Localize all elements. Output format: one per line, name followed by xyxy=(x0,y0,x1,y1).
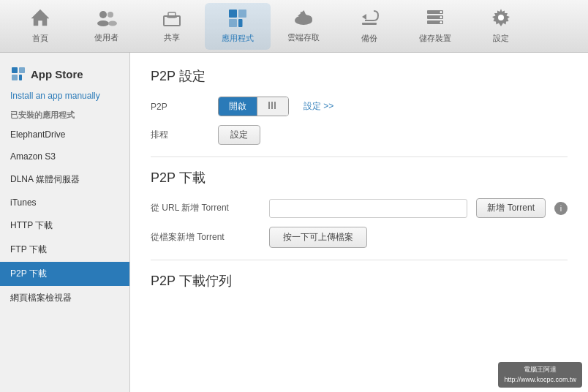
svg-rect-33 xyxy=(271,102,273,109)
settings-icon xyxy=(491,8,510,30)
svg-rect-31 xyxy=(19,75,22,80)
schedule-label: 排程 xyxy=(151,129,209,141)
nav-settings[interactable]: 設定 xyxy=(468,3,534,50)
svg-rect-9 xyxy=(238,10,246,18)
sidebar-title: App Store xyxy=(31,68,83,80)
nav-users-label: 使用者 xyxy=(94,32,118,43)
p2p-queue-title: P2P 下載佇列 xyxy=(151,272,568,290)
sidebar-item-browser[interactable]: 網頁檔案檢視器 xyxy=(0,286,129,310)
svg-point-27 xyxy=(498,15,504,20)
svg-rect-28 xyxy=(12,67,18,73)
nav-backup[interactable]: 備份 xyxy=(336,3,402,50)
nav-home-label: 首頁 xyxy=(32,33,48,44)
svg-point-23 xyxy=(440,11,442,13)
divider-1 xyxy=(151,157,568,157)
file-torrent-row: 從檔案新增 Torrent 按一下可上傳檔案 xyxy=(151,227,568,248)
sidebar-item-elephant[interactable]: ElephantDrive xyxy=(0,124,129,146)
app-store-icon xyxy=(10,66,26,82)
main-layout: App Store Install an app manually 已安裝的應用… xyxy=(0,53,588,392)
info-icon[interactable]: i xyxy=(554,202,568,215)
svg-rect-30 xyxy=(12,75,18,80)
svg-point-4 xyxy=(108,21,117,26)
p2p-field-label: P2P xyxy=(151,102,209,112)
sidebar-item-amazon[interactable]: Amazon S3 xyxy=(0,146,129,167)
nav-settings-label: 設定 xyxy=(493,33,509,44)
storage-icon xyxy=(425,8,445,30)
svg-rect-29 xyxy=(19,67,25,73)
svg-rect-34 xyxy=(274,102,276,109)
nav-backup-label: 備份 xyxy=(361,33,377,44)
p2p-settings-title: P2P 設定 xyxy=(151,67,568,85)
backup-icon xyxy=(359,8,380,30)
watermark-line2: http://www.kocpc.com.tw xyxy=(504,375,576,385)
top-nav: 首頁 使用者 共享 xyxy=(0,0,588,53)
watermark-line1: 電腦王阿達 xyxy=(504,365,576,375)
nav-apps-label: 應用程式 xyxy=(222,33,254,44)
nav-storage-label: 儲存裝置 xyxy=(419,33,451,44)
nav-users[interactable]: 使用者 xyxy=(73,3,139,50)
sidebar-item-dlna[interactable]: DLNA 媒體伺服器 xyxy=(0,167,129,192)
svg-rect-8 xyxy=(229,10,237,18)
nav-home[interactable]: 首頁 xyxy=(7,3,73,50)
svg-marker-17 xyxy=(298,10,306,16)
toggle-off-btn[interactable] xyxy=(257,97,288,116)
upload-file-btn[interactable]: 按一下可上傳檔案 xyxy=(269,227,367,248)
svg-rect-11 xyxy=(238,19,243,27)
svg-point-3 xyxy=(108,12,113,18)
url-torrent-input[interactable] xyxy=(269,199,467,218)
svg-marker-18 xyxy=(362,14,366,20)
nav-share-label: 共享 xyxy=(164,32,180,43)
cloud-icon xyxy=(292,9,315,29)
svg-point-2 xyxy=(97,20,109,26)
divider-2 xyxy=(151,260,568,260)
watermark: 電腦王阿達 http://www.kocpc.com.tw xyxy=(498,362,582,388)
p2p-toggle-group: 開啟 xyxy=(218,97,289,116)
toggle-on-btn[interactable]: 開啟 xyxy=(219,97,257,116)
svg-rect-10 xyxy=(229,19,237,27)
content-area: P2P 設定 P2P 開啟 設定 >> 排程 設定 P2 xyxy=(130,53,588,392)
share-icon xyxy=(162,9,181,29)
sidebar-header: App Store xyxy=(0,60,129,88)
schedule-set-btn[interactable]: 設定 xyxy=(218,125,260,145)
svg-rect-19 xyxy=(362,23,377,25)
svg-marker-0 xyxy=(31,10,49,26)
svg-point-1 xyxy=(99,11,107,18)
installed-apps-label: 已安裝的應用程式 xyxy=(0,104,129,124)
url-torrent-row: 從 URL 新增 Torrent 新增 Torrent i xyxy=(151,198,568,218)
nav-share[interactable]: 共享 xyxy=(139,3,205,50)
p2p-download-title: P2P 下載 xyxy=(151,169,568,186)
sidebar-item-itunes[interactable]: iTunes xyxy=(0,192,129,214)
p2p-toggle-row: P2P 開啟 設定 >> xyxy=(151,97,568,116)
schedule-row: 排程 設定 xyxy=(151,125,568,145)
add-torrent-btn[interactable]: 新增 Torrent xyxy=(476,198,546,218)
sidebar-item-ftp[interactable]: FTP 下載 xyxy=(0,238,129,262)
nav-apps[interactable]: 應用程式 xyxy=(205,3,271,50)
users-icon xyxy=(95,9,117,29)
sidebar: App Store Install an app manually 已安裝的應用… xyxy=(0,53,130,392)
sidebar-item-http[interactable]: HTTP 下載 xyxy=(0,214,129,238)
sidebar-item-p2p[interactable]: P2P 下載 xyxy=(0,262,129,286)
install-app-link[interactable]: Install an app manually xyxy=(0,88,129,104)
nav-cloud[interactable]: 雲端存取 xyxy=(271,3,336,50)
home-icon xyxy=(30,8,50,30)
url-torrent-label: 從 URL 新增 Torrent xyxy=(151,202,260,214)
svg-rect-32 xyxy=(268,102,270,109)
apps-icon xyxy=(227,8,248,30)
svg-point-24 xyxy=(440,16,442,18)
p2p-config-link[interactable]: 設定 >> xyxy=(304,100,333,113)
nav-storage[interactable]: 儲存裝置 xyxy=(402,3,468,50)
nav-cloud-label: 雲端存取 xyxy=(287,32,320,43)
file-torrent-label: 從檔案新增 Torrent xyxy=(151,231,260,244)
svg-point-25 xyxy=(440,21,442,23)
